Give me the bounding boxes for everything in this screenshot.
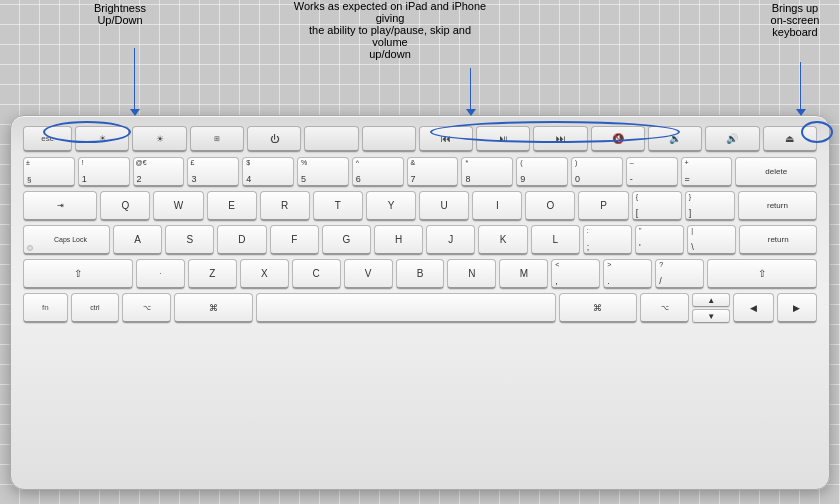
key-l[interactable]: L: [531, 225, 580, 255]
key-n[interactable]: N: [447, 259, 496, 289]
key-6[interactable]: ^ 6: [352, 157, 404, 187]
keyboard: esc ☀ ☀ ⊞ ⏻ ⏮ ⏯ ⏭ 🔇 🔉 🔊 ⏏ ± § ! 1 @€ 2 £…: [10, 115, 830, 490]
cmd-right-key[interactable]: ⌘: [559, 293, 638, 323]
slash-key[interactable]: ? /: [655, 259, 704, 289]
bottom-row: fn ctrl ⌥ ⌘ ⌘ ⌥ ▲ ▼ ◀ ▶: [23, 293, 817, 323]
arrow-left-key[interactable]: ◀: [733, 293, 773, 323]
esc-key[interactable]: esc: [23, 126, 72, 152]
brightness-sublabel: Up/Down: [97, 14, 142, 26]
comma-key[interactable]: < ,: [551, 259, 600, 289]
works-line1: Works as expected on iPad and iPhone giv…: [294, 0, 486, 24]
return-key[interactable]: return: [738, 191, 817, 221]
key-2[interactable]: @€ 2: [133, 157, 185, 187]
f5-key[interactable]: [304, 126, 358, 152]
key-c[interactable]: C: [292, 259, 341, 289]
asdf-row: Caps Lock A S D F G H J K L : ; " ' | \ …: [23, 225, 817, 255]
f9-key[interactable]: ⏭: [533, 126, 587, 152]
brings-annotation: Brings up on-screen keyboard: [755, 2, 835, 38]
tilde-key[interactable]: ·: [136, 259, 185, 289]
shift-right-key[interactable]: ⇧: [707, 259, 817, 289]
key-s[interactable]: S: [165, 225, 214, 255]
space-key[interactable]: [256, 293, 556, 323]
key-d[interactable]: D: [217, 225, 266, 255]
key-g[interactable]: G: [322, 225, 371, 255]
f10-key[interactable]: 🔇: [591, 126, 645, 152]
function-row: esc ☀ ☀ ⊞ ⏻ ⏮ ⏯ ⏭ 🔇 🔉 🔊 ⏏: [23, 126, 817, 152]
shift-left-key[interactable]: ⇧: [23, 259, 133, 289]
ctrl-key[interactable]: ctrl: [71, 293, 120, 323]
return-key-2[interactable]: return: [739, 225, 817, 255]
key-b[interactable]: B: [396, 259, 445, 289]
key-h[interactable]: H: [374, 225, 423, 255]
key-w[interactable]: W: [153, 191, 203, 221]
f8-key[interactable]: ⏯: [476, 126, 530, 152]
number-row: ± § ! 1 @€ 2 £ 3 $ 4 % 5 ^ 6 & 7: [23, 157, 817, 187]
f2-key[interactable]: ☀: [132, 126, 186, 152]
caps-lock-key[interactable]: Caps Lock: [23, 225, 110, 255]
brings-line1: Brings up: [772, 2, 818, 14]
section-key[interactable]: ± §: [23, 157, 75, 187]
qwerty-row: ⇥ Q W E R T Y U I O P { [ } ] return: [23, 191, 817, 221]
works-line2: the ability to play/pause, skip and volu…: [309, 24, 471, 48]
equals-key[interactable]: + =: [681, 157, 733, 187]
key-i[interactable]: I: [472, 191, 522, 221]
tab-key[interactable]: ⇥: [23, 191, 97, 221]
eject-key[interactable]: ⏏: [763, 126, 817, 152]
key-t[interactable]: T: [313, 191, 363, 221]
f4-key[interactable]: ⏻: [247, 126, 301, 152]
bracket-open[interactable]: { [: [632, 191, 682, 221]
key-7[interactable]: & 7: [407, 157, 459, 187]
key-r[interactable]: R: [260, 191, 310, 221]
brings-line3: keyboard: [772, 26, 817, 38]
zxcv-row: ⇧ · Z X C V B N M < , > . ? / ⇧: [23, 259, 817, 289]
key-5[interactable]: % 5: [297, 157, 349, 187]
key-a[interactable]: A: [113, 225, 162, 255]
f12-key[interactable]: 🔊: [705, 126, 759, 152]
option-left-key[interactable]: ⌥: [122, 293, 171, 323]
key-x[interactable]: X: [240, 259, 289, 289]
key-1[interactable]: ! 1: [78, 157, 130, 187]
delete-key[interactable]: delete: [735, 157, 817, 187]
f6-key[interactable]: [362, 126, 416, 152]
brings-line2: on-screen: [771, 14, 820, 26]
f11-key[interactable]: 🔉: [648, 126, 702, 152]
key-p[interactable]: P: [578, 191, 628, 221]
key-q[interactable]: Q: [100, 191, 150, 221]
backslash-key[interactable]: | \: [687, 225, 736, 255]
key-o[interactable]: O: [525, 191, 575, 221]
key-y[interactable]: Y: [366, 191, 416, 221]
key-3[interactable]: £ 3: [187, 157, 239, 187]
key-j[interactable]: J: [426, 225, 475, 255]
key-u[interactable]: U: [419, 191, 469, 221]
f1-key[interactable]: ☀: [75, 126, 129, 152]
f3-key[interactable]: ⊞: [190, 126, 244, 152]
option-right-key[interactable]: ⌥: [640, 293, 689, 323]
key-k[interactable]: K: [478, 225, 527, 255]
key-v[interactable]: V: [344, 259, 393, 289]
brightness-arrow: [134, 48, 135, 110]
key-f[interactable]: F: [270, 225, 319, 255]
key-m[interactable]: M: [499, 259, 548, 289]
arrow-up-key[interactable]: ▲: [692, 293, 730, 307]
key-8[interactable]: * 8: [461, 157, 513, 187]
arrow-right-key[interactable]: ▶: [777, 293, 817, 323]
works-line3: up/down: [369, 48, 411, 60]
brightness-annotation: Brightness Up/Down: [75, 2, 165, 26]
works-annotation: Works as expected on iPad and iPhone giv…: [290, 0, 490, 60]
quote-key[interactable]: " ': [635, 225, 684, 255]
bracket-close[interactable]: } ]: [685, 191, 735, 221]
f7-key[interactable]: ⏮: [419, 126, 473, 152]
key-0[interactable]: ) 0: [571, 157, 623, 187]
key-9[interactable]: ( 9: [516, 157, 568, 187]
arrow-down-key[interactable]: ▼: [692, 309, 730, 323]
key-z[interactable]: Z: [188, 259, 237, 289]
period-key[interactable]: > .: [603, 259, 652, 289]
fn-key[interactable]: fn: [23, 293, 68, 323]
brightness-label: Brightness: [94, 2, 146, 14]
key-4[interactable]: $ 4: [242, 157, 294, 187]
cmd-left-key[interactable]: ⌘: [174, 293, 253, 323]
minus-key[interactable]: – -: [626, 157, 678, 187]
key-e[interactable]: E: [207, 191, 257, 221]
brings-arrow: [800, 62, 801, 110]
semicolon-key[interactable]: : ;: [583, 225, 632, 255]
